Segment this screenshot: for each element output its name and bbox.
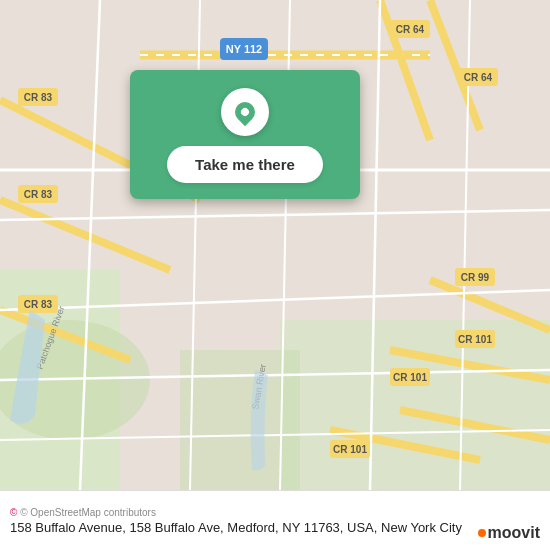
svg-text:CR 101: CR 101 [458, 334, 492, 345]
svg-text:NY 112: NY 112 [226, 43, 263, 55]
address-text: 158 Buffalo Avenue, 158 Buffalo Ave, Med… [10, 520, 540, 535]
bottom-bar: © © OpenStreetMap contributors 158 Buffa… [0, 490, 550, 550]
svg-text:CR 83: CR 83 [24, 189, 53, 200]
location-card: Take me there [130, 70, 360, 199]
svg-text:CR 64: CR 64 [396, 24, 425, 35]
svg-text:CR 83: CR 83 [24, 299, 53, 310]
moovit-logo: moovit [478, 524, 540, 542]
svg-text:CR 64: CR 64 [464, 72, 493, 83]
take-me-there-button[interactable]: Take me there [167, 146, 323, 183]
pin-icon [231, 98, 259, 126]
map-attribution: © © OpenStreetMap contributors [10, 507, 540, 518]
svg-text:CR 83: CR 83 [24, 92, 53, 103]
moovit-dot-icon [478, 529, 486, 537]
location-pin [221, 88, 269, 136]
svg-text:CR 101: CR 101 [393, 372, 427, 383]
svg-text:CR 99: CR 99 [461, 272, 490, 283]
svg-rect-2 [280, 320, 550, 490]
svg-text:CR 101: CR 101 [333, 444, 367, 455]
map-container: NY 112 CR 83 CR 83 CR 83 CR 64 CR 64 CR … [0, 0, 550, 490]
